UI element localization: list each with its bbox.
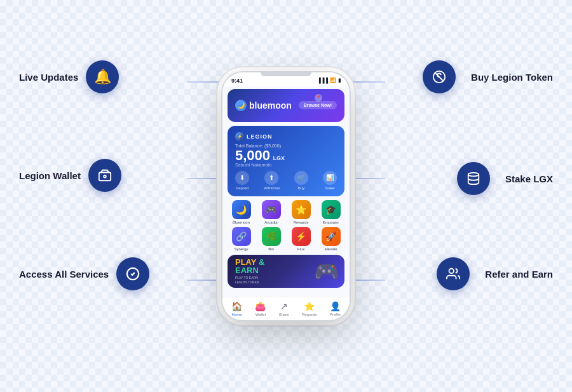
wifi-icon: 📶	[330, 78, 336, 83]
feature-live-updates[interactable]: Live Updates 🔔	[19, 60, 119, 93]
refer-earn-label: Refer and Earn	[485, 269, 553, 280]
share-icon: ↗	[280, 301, 288, 311]
svg-rect-0	[99, 172, 111, 180]
balance-label: Total Balance: ($5,000)	[235, 144, 337, 148]
app-bluemoon[interactable]: 🌙 Bluemoon	[228, 200, 255, 224]
live-updates-label: Live Updates	[19, 72, 78, 83]
earn-title: EARN	[235, 266, 264, 274]
nav-profile[interactable]: 👤 Profile	[330, 301, 341, 316]
status-icons: ▐▐▐ 📶 ▮	[317, 78, 341, 83]
earn-word: &	[259, 257, 264, 267]
withdraw-button[interactable]: ⬆ Withdraw	[264, 171, 280, 190]
stake-button[interactable]: 📊 Stake	[323, 171, 337, 190]
phone-notch	[261, 72, 311, 76]
legion-header: ⚡ LEGION	[235, 132, 337, 141]
app-bio-label: Bio	[268, 247, 274, 251]
live-updates-icon: 🔔	[86, 60, 119, 93]
play-title: PLAY &	[235, 258, 264, 266]
action-buttons-row: ⬇ Deposit ⬆ Withdraw 🛒 Buy 📊	[235, 171, 337, 190]
legion-wallet-icon	[88, 159, 121, 192]
buy-token-label: Buy Legion Token	[471, 72, 553, 83]
app-bluemoon-icon: 🌙	[232, 200, 251, 219]
withdraw-label: Withdraw	[264, 186, 280, 190]
app-empower-icon: 🎓	[322, 200, 341, 219]
legion-coin-icon: ⚡	[235, 132, 244, 141]
buy-token-icon	[423, 60, 456, 93]
home-icon: 🏠	[231, 301, 242, 311]
browse-btn-label: Browse Now!	[304, 103, 332, 107]
svg-point-5	[468, 173, 479, 177]
bluemoon-logo-icon: 🌙	[235, 100, 247, 111]
battery-icon: ▮	[338, 78, 341, 83]
app-synergy[interactable]: 🔗 Synergy	[228, 227, 255, 251]
app-bio-icon: 🌿	[262, 227, 281, 246]
bluemoon-banner[interactable]: 🌙 bluemoon Browse Now! 📍	[228, 89, 344, 122]
nav-rewards[interactable]: ⭐ Rewards	[302, 301, 317, 316]
svg-point-1	[104, 175, 106, 178]
signal-icon: ▐▐▐	[317, 78, 328, 83]
app-empower[interactable]: 🎓 Empower	[317, 200, 344, 224]
app-elevate[interactable]: 🚀 Elevate	[317, 227, 344, 251]
deposit-label: Deposit	[236, 186, 249, 190]
nav-home-label: Home	[232, 313, 242, 316]
wallet-icon: 👛	[255, 301, 266, 311]
app-elevate-label: Elevate	[324, 247, 337, 251]
bottom-navigation: 🏠 Home 👛 Wallet ↗ Share ⭐ Rewards 👤	[222, 297, 350, 320]
nav-rewards-label: Rewards	[302, 313, 317, 316]
app-synergy-label: Synergy	[234, 247, 248, 251]
app-arcadia-label: Arcadia	[264, 220, 277, 224]
stake-icon: 📊	[323, 171, 337, 185]
stake-label: Stake	[325, 186, 334, 190]
profile-icon: 👤	[330, 301, 341, 311]
app-rewards[interactable]: ⭐ Rewards	[287, 200, 315, 224]
app-bio[interactable]: 🌿 Bio	[257, 227, 285, 251]
app-synergy-icon: 🔗	[232, 227, 251, 246]
play-earn-subtitle: PLAY TO EARNLEGION TOKEN	[235, 276, 264, 284]
app-elevate-icon: 🚀	[322, 227, 341, 246]
balance-unit: LGX	[273, 155, 285, 161]
wallet-owner-name: Satoshi Nakamoto	[235, 163, 337, 167]
play-earn-text: PLAY & EARN PLAY TO EARNLEGION TOKEN	[235, 258, 264, 284]
legion-title: LEGION	[247, 133, 273, 140]
balance-row: 5,000 LGX	[235, 149, 337, 163]
feature-refer-earn[interactable]: Refer and Earn	[437, 257, 553, 290]
phone-mockup: 9:41 ▐▐▐ 📶 ▮ 🌙 bluemoon Browse Now!	[222, 72, 350, 320]
feature-stake-lgx[interactable]: Stake LGX	[457, 162, 553, 195]
deposit-button[interactable]: ⬇ Deposit	[235, 171, 249, 190]
stake-lgx-icon	[457, 162, 490, 195]
location-pin-icon: 📍	[315, 94, 322, 102]
app-rewards-icon: ⭐	[292, 200, 311, 219]
play-earn-banner[interactable]: PLAY & EARN PLAY TO EARNLEGION TOKEN 🎮	[228, 255, 344, 288]
buy-label: Buy	[298, 186, 304, 190]
nav-home[interactable]: 🏠 Home	[231, 301, 242, 316]
rewards-icon: ⭐	[304, 301, 315, 311]
app-flux[interactable]: ⚡ Flux	[287, 227, 315, 251]
scene: Live Updates 🔔 Legion Wallet Access All …	[0, 0, 572, 392]
app-rewards-label: Rewards	[294, 220, 309, 224]
balance-amount: 5,000	[235, 147, 270, 163]
app-arcadia[interactable]: 🎮 Arcadia	[257, 200, 285, 224]
bluemoon-title: bluemoon	[249, 100, 292, 111]
feature-buy-token[interactable]: Buy Legion Token	[423, 60, 553, 93]
nav-wallet[interactable]: 👛 Wallet	[255, 301, 266, 316]
svg-point-6	[449, 269, 454, 273]
withdraw-icon: ⬆	[264, 171, 278, 185]
nav-share[interactable]: ↗ Share	[279, 301, 289, 316]
refer-earn-icon	[437, 257, 470, 290]
nav-profile-label: Profile	[330, 313, 341, 316]
app-grid: 🌙 Bluemoon 🎮 Arcadia ⭐ Rewards 🎓 Empower	[228, 200, 344, 251]
controller-icon: 🎮	[314, 259, 339, 283]
feature-access-services[interactable]: Access All Services	[19, 257, 149, 290]
access-services-icon	[116, 257, 149, 290]
nav-wallet-label: Wallet	[255, 313, 266, 316]
app-bluemoon-label: Bluemoon	[233, 220, 250, 224]
app-empower-label: Empower	[323, 220, 339, 224]
browse-now-button[interactable]: Browse Now!	[299, 101, 337, 109]
feature-legion-wallet[interactable]: Legion Wallet	[19, 159, 121, 192]
legion-balance-card: ⚡ LEGION Total Balance: ($5,000) 5,000 L…	[228, 126, 344, 196]
app-flux-icon: ⚡	[292, 227, 311, 246]
legion-wallet-label: Legion Wallet	[19, 170, 81, 181]
access-services-label: Access All Services	[19, 269, 109, 280]
stake-lgx-label: Stake LGX	[505, 173, 553, 184]
buy-button[interactable]: 🛒 Buy	[294, 171, 308, 190]
